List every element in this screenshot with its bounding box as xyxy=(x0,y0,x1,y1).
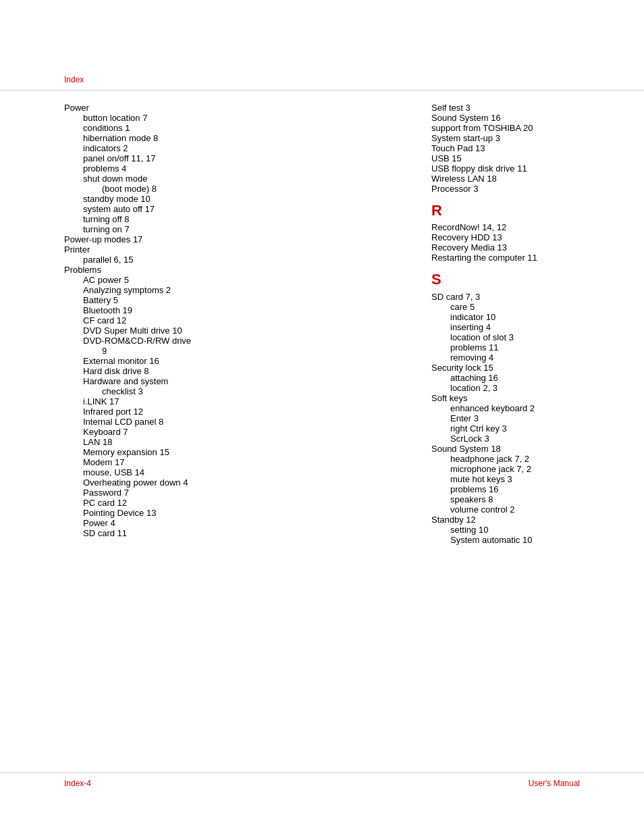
right-column: Self test 3Sound System 16support from T… xyxy=(431,103,580,545)
list-item: Bluetooth 19 xyxy=(64,305,404,315)
list-item: mute hot keys 3 xyxy=(431,474,580,484)
list-item: headphone jack 7, 2 xyxy=(431,454,580,464)
list-item: System automatic 10 xyxy=(431,535,580,545)
page: Index Powerbutton location 7conditions 1… xyxy=(0,0,644,834)
list-item: Hard disk drive 8 xyxy=(64,366,404,376)
list-item: problems 11 xyxy=(431,342,580,353)
list-item: inserting 4 xyxy=(431,322,580,332)
footer-page-number: Index-4 xyxy=(64,779,91,788)
list-item: Recovery HDD 13 xyxy=(431,232,580,242)
list-item: volume control 2 xyxy=(431,504,580,515)
list-item: removing 4 xyxy=(431,353,580,363)
list-item: problems 4 xyxy=(64,163,404,174)
list-item: Modem 17 xyxy=(64,457,404,467)
list-item: Recovery Media 13 xyxy=(431,242,580,253)
list-item: Standby 12 xyxy=(431,515,580,525)
list-item: Keyboard 7 xyxy=(64,427,404,437)
list-item: Restarting the computer 11 xyxy=(431,253,580,263)
list-item: mouse, USB 14 xyxy=(64,467,404,477)
list-item: Analyzing symptoms 2 xyxy=(64,285,404,295)
list-item: care 5 xyxy=(431,302,580,312)
list-item: Security lock 15 xyxy=(431,363,580,373)
list-item: Printer xyxy=(64,244,404,255)
list-item: turning on 7 xyxy=(64,224,404,234)
list-item: shut down mode xyxy=(64,174,404,184)
list-item: DVD Super Multi drive 10 xyxy=(64,325,404,336)
list-item: System start-up 3 xyxy=(431,133,580,143)
header-label: Index xyxy=(64,75,84,84)
list-item: AC power 5 xyxy=(64,275,404,285)
list-item: attaching 16 xyxy=(431,373,580,383)
page-footer: Index-4 User's Manual xyxy=(0,773,644,793)
list-item: setting 10 xyxy=(431,525,580,535)
section-r: RRecordNow! 14, 12Recovery HDD 13Recover… xyxy=(431,202,580,263)
list-item: Sound System 18 xyxy=(431,444,580,454)
list-item: Wireless LAN 18 xyxy=(431,174,580,184)
list-item: location of slot 3 xyxy=(431,332,580,342)
list-item: LAN 18 xyxy=(64,437,404,447)
list-item: i.LINK 17 xyxy=(64,396,404,407)
list-item: External monitor 16 xyxy=(64,356,404,366)
list-item: Internal LCD panel 8 xyxy=(64,417,404,427)
list-item: PC card 12 xyxy=(64,498,404,508)
list-item: standby mode 10 xyxy=(64,194,404,204)
list-item: Pointing Device 13 xyxy=(64,508,404,518)
list-item: checklist 3 xyxy=(64,386,404,396)
list-item: Hardware and system xyxy=(64,376,404,386)
list-item: Enter 3 xyxy=(431,413,580,423)
list-item: speakers 8 xyxy=(431,494,580,504)
list-item: turning off 8 xyxy=(64,214,404,224)
list-item: Self test 3 xyxy=(431,103,580,113)
list-item: USB 15 xyxy=(431,153,580,163)
list-item: support from TOSHIBA 20 xyxy=(431,123,580,133)
list-item: Memory expansion 15 xyxy=(64,447,404,457)
list-item: enhanced keyboard 2 xyxy=(431,403,580,413)
list-item: microphone jack 7, 2 xyxy=(431,464,580,474)
list-item: Password 7 xyxy=(64,488,404,498)
list-item: hibernation mode 8 xyxy=(64,133,404,143)
list-item: Battery 5 xyxy=(64,295,404,305)
list-item: Soft keys xyxy=(431,393,580,403)
list-item: Touch Pad 13 xyxy=(431,143,580,153)
content-area: Powerbutton location 7conditions 1hibern… xyxy=(0,90,644,557)
section-letter-s: S xyxy=(431,271,580,288)
list-item: Problems xyxy=(64,265,404,275)
list-item: Power xyxy=(64,103,404,113)
list-item: SD card 11 xyxy=(64,528,404,538)
list-item: button location 7 xyxy=(64,113,404,123)
list-item: Processor 3 xyxy=(431,184,580,194)
left-column: Powerbutton location 7conditions 1hibern… xyxy=(64,103,404,545)
list-item: Power 4 xyxy=(64,518,404,528)
list-item: right Ctrl key 3 xyxy=(431,423,580,434)
list-item: USB floppy disk drive 11 xyxy=(431,163,580,174)
list-item: DVD-ROM&CD-R/RW drive xyxy=(64,336,404,346)
list-item: Overheating power down 4 xyxy=(64,477,404,488)
list-item: SD card 7, 3 xyxy=(431,292,580,302)
list-item: Power-up modes 17 xyxy=(64,234,404,244)
list-item: conditions 1 xyxy=(64,123,404,133)
list-item: (boot mode) 8 xyxy=(64,184,404,194)
section-s: SSD card 7, 3care 5indicator 10inserting… xyxy=(431,271,580,544)
list-item: 9 xyxy=(64,346,404,356)
list-item: ScrLock 3 xyxy=(431,434,580,444)
list-item: RecordNow! 14, 12 xyxy=(431,222,580,232)
list-item: Sound System 16 xyxy=(431,113,580,123)
list-item: CF card 12 xyxy=(64,315,404,325)
list-item: problems 16 xyxy=(431,484,580,494)
list-item: Infrared port 12 xyxy=(64,407,404,417)
footer-manual-title: User's Manual xyxy=(529,779,580,788)
list-item: panel on/off 11, 17 xyxy=(64,153,404,163)
list-item: indicators 2 xyxy=(64,143,404,153)
section-letter-r: R xyxy=(431,202,580,219)
list-item: location 2, 3 xyxy=(431,383,580,393)
list-item: system auto off 17 xyxy=(64,204,404,214)
list-item: indicator 10 xyxy=(431,312,580,322)
list-item: parallel 6, 15 xyxy=(64,255,404,265)
page-header: Index xyxy=(0,0,644,90)
